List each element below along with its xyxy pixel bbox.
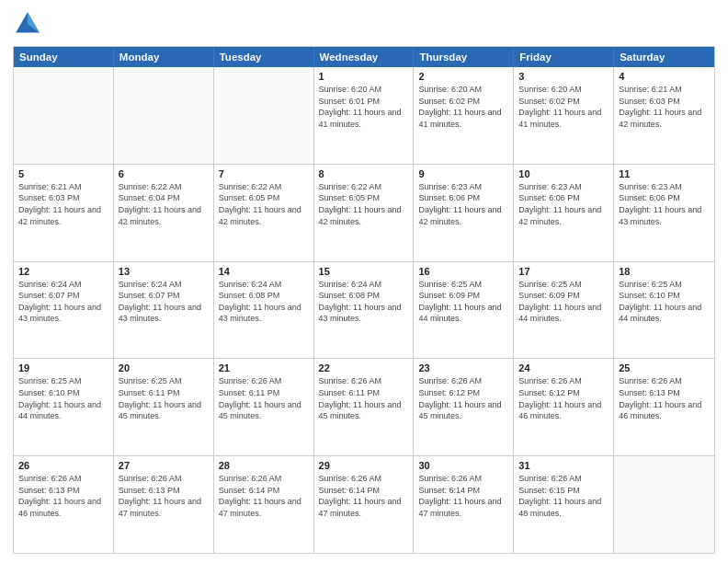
calendar-day-cell: 15Sunrise: 6:24 AMSunset: 6:08 PMDayligh… xyxy=(314,262,415,359)
calendar-header-cell: Saturday xyxy=(614,47,714,67)
day-info: Sunrise: 6:26 AMSunset: 6:14 PMDaylight:… xyxy=(319,473,409,519)
calendar-header-cell: Friday xyxy=(514,47,614,67)
day-number: 3 xyxy=(518,71,609,82)
calendar-week: 19Sunrise: 6:25 AMSunset: 6:10 PMDayligh… xyxy=(14,359,714,456)
calendar-week: 5Sunrise: 6:21 AMSunset: 6:03 PMDaylight… xyxy=(14,165,714,262)
day-number: 14 xyxy=(219,266,309,277)
calendar-day-cell: 21Sunrise: 6:26 AMSunset: 6:11 PMDayligh… xyxy=(214,359,314,455)
day-number: 1 xyxy=(319,71,409,82)
calendar-day-cell: 3Sunrise: 6:20 AMSunset: 6:02 PMDaylight… xyxy=(514,67,614,164)
day-number: 9 xyxy=(418,168,508,179)
calendar-week: 12Sunrise: 6:24 AMSunset: 6:07 PMDayligh… xyxy=(14,262,714,360)
day-number: 31 xyxy=(518,460,609,471)
day-info: Sunrise: 6:25 AMSunset: 6:11 PMDaylight:… xyxy=(119,375,209,421)
day-info: Sunrise: 6:22 AMSunset: 6:04 PMDaylight:… xyxy=(119,181,209,227)
day-info: Sunrise: 6:26 AMSunset: 6:14 PMDaylight:… xyxy=(219,473,309,519)
calendar-body: 1Sunrise: 6:20 AMSunset: 6:01 PMDaylight… xyxy=(14,67,714,553)
day-info: Sunrise: 6:26 AMSunset: 6:13 PMDaylight:… xyxy=(119,473,209,519)
calendar-empty-cell xyxy=(214,67,314,164)
calendar-day-cell: 25Sunrise: 6:26 AMSunset: 6:13 PMDayligh… xyxy=(614,359,714,455)
day-number: 4 xyxy=(619,71,710,82)
day-info: Sunrise: 6:26 AMSunset: 6:11 PMDaylight:… xyxy=(219,375,309,421)
day-number: 13 xyxy=(119,266,209,277)
calendar-day-cell: 20Sunrise: 6:25 AMSunset: 6:11 PMDayligh… xyxy=(114,359,214,455)
calendar: SundayMondayTuesdayWednesdayThursdayFrid… xyxy=(13,46,715,554)
calendar-header-cell: Wednesday xyxy=(314,47,415,67)
day-number: 27 xyxy=(119,460,209,471)
calendar-day-cell: 12Sunrise: 6:24 AMSunset: 6:07 PMDayligh… xyxy=(14,262,114,359)
day-info: Sunrise: 6:24 AMSunset: 6:08 PMDaylight:… xyxy=(319,279,409,325)
day-info: Sunrise: 6:20 AMSunset: 6:02 PMDaylight:… xyxy=(518,84,609,130)
day-number: 7 xyxy=(219,168,309,179)
calendar-empty-cell xyxy=(14,67,114,164)
day-info: Sunrise: 6:24 AMSunset: 6:07 PMDaylight:… xyxy=(119,279,209,325)
day-number: 8 xyxy=(319,168,409,179)
calendar-day-cell: 13Sunrise: 6:24 AMSunset: 6:07 PMDayligh… xyxy=(114,262,214,359)
calendar-empty-cell xyxy=(114,67,214,164)
calendar-day-cell: 5Sunrise: 6:21 AMSunset: 6:03 PMDaylight… xyxy=(14,165,114,261)
day-number: 2 xyxy=(418,71,508,82)
calendar-day-cell: 11Sunrise: 6:23 AMSunset: 6:06 PMDayligh… xyxy=(614,165,714,261)
day-number: 5 xyxy=(18,168,108,179)
day-info: Sunrise: 6:26 AMSunset: 6:15 PMDaylight:… xyxy=(518,473,609,519)
calendar-day-cell: 27Sunrise: 6:26 AMSunset: 6:13 PMDayligh… xyxy=(114,456,214,553)
calendar-day-cell: 22Sunrise: 6:26 AMSunset: 6:11 PMDayligh… xyxy=(314,359,415,455)
logo-icon xyxy=(13,9,42,39)
calendar-header-cell: Monday xyxy=(114,47,214,67)
calendar-header-cell: Tuesday xyxy=(214,47,314,67)
calendar-day-cell: 16Sunrise: 6:25 AMSunset: 6:09 PMDayligh… xyxy=(414,262,514,359)
day-number: 22 xyxy=(319,362,409,373)
day-number: 18 xyxy=(619,266,710,277)
calendar-day-cell: 18Sunrise: 6:25 AMSunset: 6:10 PMDayligh… xyxy=(614,262,714,359)
calendar-day-cell: 7Sunrise: 6:22 AMSunset: 6:05 PMDaylight… xyxy=(214,165,314,261)
day-info: Sunrise: 6:26 AMSunset: 6:11 PMDaylight:… xyxy=(319,375,409,421)
day-info: Sunrise: 6:24 AMSunset: 6:08 PMDaylight:… xyxy=(219,279,309,325)
calendar-day-cell: 29Sunrise: 6:26 AMSunset: 6:14 PMDayligh… xyxy=(314,456,415,553)
day-number: 25 xyxy=(619,362,710,373)
day-number: 6 xyxy=(119,168,209,179)
page: SundayMondayTuesdayWednesdayThursdayFrid… xyxy=(0,0,728,563)
day-info: Sunrise: 6:23 AMSunset: 6:06 PMDaylight:… xyxy=(418,181,508,227)
calendar-week: 26Sunrise: 6:26 AMSunset: 6:13 PMDayligh… xyxy=(14,456,714,553)
day-info: Sunrise: 6:21 AMSunset: 6:03 PMDaylight:… xyxy=(619,84,710,130)
day-info: Sunrise: 6:25 AMSunset: 6:10 PMDaylight:… xyxy=(18,375,108,421)
day-info: Sunrise: 6:21 AMSunset: 6:03 PMDaylight:… xyxy=(18,181,108,227)
calendar-day-cell: 23Sunrise: 6:26 AMSunset: 6:12 PMDayligh… xyxy=(414,359,514,455)
day-info: Sunrise: 6:26 AMSunset: 6:12 PMDaylight:… xyxy=(418,375,508,421)
day-info: Sunrise: 6:26 AMSunset: 6:13 PMDaylight:… xyxy=(619,375,710,421)
day-info: Sunrise: 6:26 AMSunset: 6:14 PMDaylight:… xyxy=(418,473,508,519)
day-number: 10 xyxy=(518,168,609,179)
calendar-day-cell: 26Sunrise: 6:26 AMSunset: 6:13 PMDayligh… xyxy=(14,456,114,553)
day-number: 28 xyxy=(219,460,309,471)
calendar-week: 1Sunrise: 6:20 AMSunset: 6:01 PMDaylight… xyxy=(14,67,714,165)
calendar-day-cell: 1Sunrise: 6:20 AMSunset: 6:01 PMDaylight… xyxy=(314,67,415,164)
day-info: Sunrise: 6:22 AMSunset: 6:05 PMDaylight:… xyxy=(219,181,309,227)
day-number: 16 xyxy=(418,266,508,277)
calendar-day-cell: 2Sunrise: 6:20 AMSunset: 6:02 PMDaylight… xyxy=(414,67,514,164)
day-info: Sunrise: 6:20 AMSunset: 6:01 PMDaylight:… xyxy=(319,84,409,130)
day-number: 26 xyxy=(18,460,108,471)
header xyxy=(13,9,715,39)
day-info: Sunrise: 6:20 AMSunset: 6:02 PMDaylight:… xyxy=(418,84,508,130)
day-number: 20 xyxy=(119,362,209,373)
day-number: 12 xyxy=(18,266,108,277)
calendar-day-cell: 10Sunrise: 6:23 AMSunset: 6:06 PMDayligh… xyxy=(514,165,614,261)
calendar-header-cell: Thursday xyxy=(414,47,514,67)
day-number: 29 xyxy=(319,460,409,471)
calendar-day-cell: 19Sunrise: 6:25 AMSunset: 6:10 PMDayligh… xyxy=(14,359,114,455)
day-info: Sunrise: 6:23 AMSunset: 6:06 PMDaylight:… xyxy=(518,181,609,227)
day-number: 30 xyxy=(418,460,508,471)
calendar-day-cell: 9Sunrise: 6:23 AMSunset: 6:06 PMDaylight… xyxy=(414,165,514,261)
calendar-header: SundayMondayTuesdayWednesdayThursdayFrid… xyxy=(14,47,714,67)
day-number: 24 xyxy=(518,362,609,373)
day-info: Sunrise: 6:25 AMSunset: 6:09 PMDaylight:… xyxy=(518,279,609,325)
calendar-day-cell: 14Sunrise: 6:24 AMSunset: 6:08 PMDayligh… xyxy=(214,262,314,359)
logo xyxy=(13,9,46,39)
calendar-day-cell: 17Sunrise: 6:25 AMSunset: 6:09 PMDayligh… xyxy=(514,262,614,359)
day-info: Sunrise: 6:26 AMSunset: 6:12 PMDaylight:… xyxy=(518,375,609,421)
calendar-day-cell: 8Sunrise: 6:22 AMSunset: 6:05 PMDaylight… xyxy=(314,165,415,261)
calendar-day-cell: 30Sunrise: 6:26 AMSunset: 6:14 PMDayligh… xyxy=(414,456,514,553)
day-number: 15 xyxy=(319,266,409,277)
day-number: 23 xyxy=(418,362,508,373)
day-info: Sunrise: 6:23 AMSunset: 6:06 PMDaylight:… xyxy=(619,181,710,227)
